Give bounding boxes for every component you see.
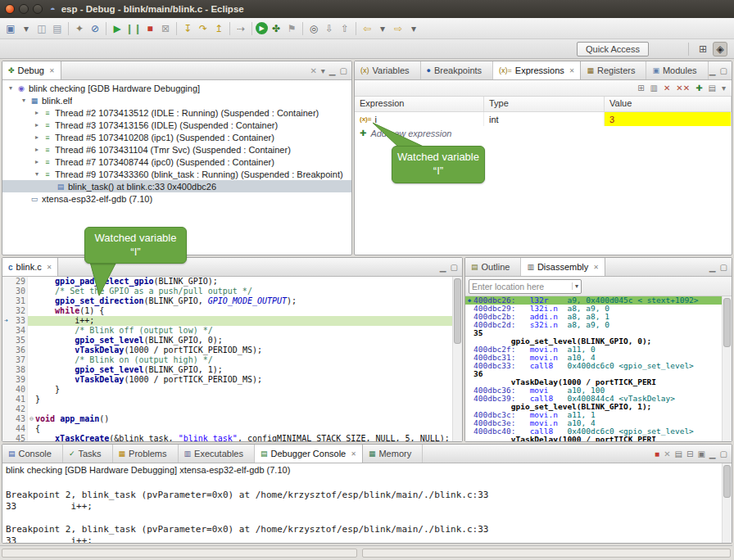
new-wizard-button[interactable]: ▣ (3, 21, 18, 36)
tree-item-thread-7[interactable]: ▸ ≡ Thread #7 1073408744 (ipc0) (Suspend… (2, 156, 351, 168)
code-line[interactable]: 31 gpio_set_direction(BLINK_GPIO, GPIO_M… (2, 296, 452, 306)
tree-item-gdb[interactable]: ▭ xtensa-esp32-elf-gdb (7.10) (2, 192, 351, 205)
tab-blink-c[interactable]: c blink.c ✕ (2, 258, 58, 276)
debug-view-menu-button[interactable]: ▾ (321, 66, 325, 75)
fold-icon[interactable] (27, 345, 35, 355)
next-annotation-button[interactable]: ⇩ (322, 21, 337, 36)
tree-item-blink-elf[interactable]: ▾ ▦ blink.elf (2, 94, 351, 106)
code-line[interactable]: 36 vTaskDelay(1000 / portTICK_PERIOD_MS)… (2, 345, 452, 355)
skip-breakpoints-button[interactable]: ⊘ (88, 21, 102, 36)
minimize-panel-icon[interactable]: ▁ (709, 263, 716, 272)
fold-icon[interactable] (27, 355, 35, 365)
window-maximize-button[interactable] (33, 4, 43, 14)
fold-icon[interactable] (27, 277, 35, 287)
tree-expand-icon[interactable]: ▸ (32, 158, 42, 165)
fold-icon[interactable] (27, 434, 35, 442)
fold-icon[interactable] (27, 365, 35, 375)
location-dropdown-icon[interactable]: ▾ (572, 282, 578, 290)
terminate-console-button[interactable]: ■ (655, 449, 659, 458)
tree-expand-icon[interactable]: ▸ (32, 146, 42, 153)
tab-outline[interactable]: ▤ Outline (465, 258, 521, 276)
console-output[interactable]: blink checking [GDB Hardware Debugging] … (2, 463, 732, 544)
tab-debugger-console[interactable]: ▤ Debugger Console ✕ (255, 445, 363, 463)
maximize-panel-icon[interactable]: ▢ (720, 449, 727, 458)
window-close-button[interactable] (5, 4, 15, 14)
toolbar-separator[interactable] (176, 22, 177, 35)
column-header[interactable]: Expression (355, 97, 484, 111)
tree-expand-icon[interactable]: ▾ (6, 84, 16, 92)
fold-icon[interactable] (27, 395, 35, 404)
tree-expand-icon[interactable]: ▸ (32, 109, 42, 116)
code-line[interactable]: 37 /* Blink on (output high) */ (2, 355, 452, 365)
save-button[interactable]: ◫ (34, 21, 49, 36)
tree-item-thread-6[interactable]: ▸ ≡ Thread #6 1073431104 (Tmr Svc) (Susp… (2, 143, 351, 156)
forward-button[interactable]: ⇨ (391, 21, 406, 36)
view-menu-button[interactable]: ▾ (722, 84, 726, 93)
console-scrollbar[interactable] (722, 463, 732, 544)
window-minimize-button[interactable] (19, 4, 29, 14)
toolbar-separator[interactable] (356, 22, 356, 35)
show-types-button[interactable]: ⊞ (637, 84, 644, 93)
code-line[interactable]: 39 vTaskDelay(1000 / portTICK_PERIOD_MS)… (2, 375, 452, 385)
tab-executables[interactable]: ▥ Executables (179, 445, 255, 463)
code-line[interactable]: 30 /* Set the GPIO as a push/pull output… (2, 287, 452, 296)
add-expression-icon[interactable]: ✚ (360, 129, 366, 138)
suspend-button[interactable]: ❙❙ (125, 21, 142, 36)
show-columns-button[interactable]: ▥ (650, 84, 658, 93)
tree-item-thread-2[interactable]: ▸ ≡ Thread #2 1073413512 (IDLE : Running… (2, 106, 351, 119)
close-tab-icon[interactable]: ✕ (47, 264, 52, 271)
tab-problems[interactable]: ▦ Problems (113, 445, 179, 463)
tab-memory[interactable]: ▦ Memory (363, 445, 423, 463)
remove-terminated-button[interactable]: ✕ (310, 66, 316, 75)
disassembly-scrollbar[interactable] (722, 296, 732, 442)
open-perspective-button[interactable]: ⊞ (695, 42, 710, 56)
tab-registers[interactable]: ▦ Registers (581, 61, 646, 79)
code-editor[interactable]: 29 gpio_pad_select_gpio(BLINK_GPIO); 30 … (2, 277, 462, 442)
tree-item-thread-3[interactable]: ▸ ≡ Thread #3 1073413156 (IDLE) (Suspend… (2, 119, 351, 131)
code-line[interactable]: 32 while(1) { (2, 306, 452, 316)
instruction-stepping-button[interactable]: ⇢ (233, 21, 248, 36)
minimize-panel-icon[interactable]: ▁ (709, 449, 716, 458)
code-line[interactable]: 35 gpio_set_level(BLINK_GPIO, 0); (2, 336, 452, 345)
external-tools-button[interactable]: ⚑ (284, 21, 299, 36)
fold-icon[interactable] (27, 316, 35, 326)
toolbar-separator[interactable] (229, 22, 230, 35)
close-tab-icon[interactable]: ✕ (351, 450, 356, 458)
code-line[interactable]: 45 xTaskCreate(&blink_task, "blink_task"… (2, 434, 452, 442)
tree-expand-icon[interactable]: ▸ (32, 133, 42, 141)
search-button[interactable]: ◎ (306, 21, 321, 36)
tab-modules[interactable]: ▣ Modules (646, 61, 708, 79)
toolbar-separator[interactable] (106, 22, 106, 35)
previous-annotation-button[interactable]: ⇧ (338, 21, 352, 36)
back-dropdown[interactable]: ▾ (375, 21, 390, 36)
expression-row[interactable]: (x)= i int 3 (355, 112, 732, 126)
tree-expand-icon[interactable]: ▾ (32, 170, 42, 178)
scrollbar-thumb[interactable] (723, 298, 731, 347)
toolbar-separator[interactable] (68, 22, 69, 35)
tree-item-thread-9[interactable]: ▾ ≡ Thread #9 1073433360 (blink_task : R… (2, 168, 351, 180)
minimize-panel-icon[interactable]: ▁ (709, 66, 716, 75)
fold-icon[interactable] (27, 385, 35, 395)
close-tab-icon[interactable]: ✕ (569, 67, 575, 75)
tree-item-stack-frame[interactable]: ▤ blink_task() at blink.c:33 0x400dbc26 (2, 180, 351, 192)
close-tab-icon[interactable]: ✕ (49, 67, 55, 75)
add-expression-button[interactable]: ✚ (695, 84, 702, 93)
toolbar-separator[interactable] (251, 22, 252, 35)
step-return-button[interactable]: ↥ (211, 21, 226, 36)
code-line[interactable]: 41 } (2, 395, 452, 404)
fold-icon[interactable] (27, 296, 35, 306)
step-into-button[interactable]: ↧ (180, 21, 195, 36)
tab-disassembly[interactable]: ▥ Disassembly ✕ (521, 258, 605, 276)
fold-icon[interactable] (27, 424, 35, 434)
scrollbar-thumb[interactable] (454, 278, 461, 344)
minimize-panel-icon[interactable]: ▁ (440, 263, 446, 272)
location-input[interactable]: Enter location here ▾ (469, 279, 582, 294)
disassembly-line[interactable]: vTaskDelay(1000 / portTICK_PERI (465, 436, 722, 442)
pin-console-button[interactable]: ▣ (697, 449, 705, 458)
build-button[interactable]: ✦ (72, 21, 87, 36)
clear-console-button[interactable]: ▤ (675, 449, 682, 458)
tab-debug[interactable]: ✤ Debug ✕ (2, 61, 61, 79)
disassembly-line[interactable]: 400dbc33: call8 0x400dc6c0 <gpio_set_lev… (465, 362, 722, 370)
remove-expression-button[interactable]: ✕ (664, 84, 670, 93)
disassembly-line[interactable]: 400dbc2d: s32i.n a8, a9, 0 (465, 321, 722, 329)
